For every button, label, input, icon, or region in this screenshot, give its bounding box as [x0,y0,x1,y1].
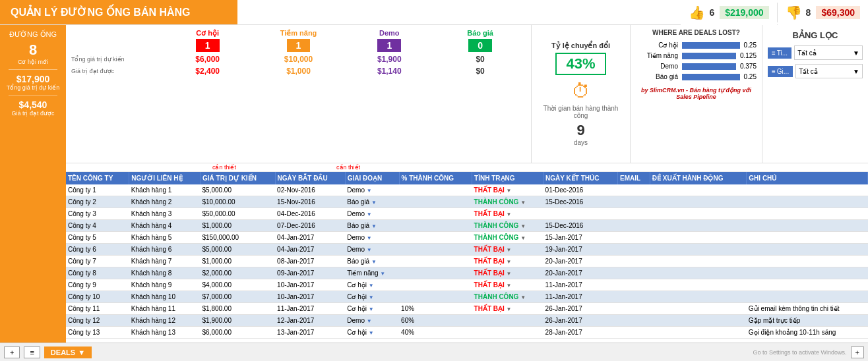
td-value: $2,000.00 [200,267,275,279]
td-value: $4,000.00 [200,279,275,291]
table-row[interactable]: Công ty 12 Khách hàng 12 $1,900.00 12-Ja… [66,315,868,327]
deals-table: TÊN CÔNG TY NGƯỜI LIÊN HỆ GIÁ TRỊ DỰ KIẾ… [66,172,868,339]
table-row[interactable]: Công ty 3 Khách hàng 3 $50,000.00 04-Dec… [66,208,868,220]
wl-val-bao-gia: 0.25 [740,73,757,80]
td-value: $1,900.00 [200,315,275,327]
filter-btn-1-label: Ti... [777,49,788,57]
days-value: 9 [576,122,584,139]
table-row[interactable]: Công ty 2 Khách hàng 2 $10,000.00 15-Nov… [66,196,868,208]
td-value: $6,000.00 [200,327,275,339]
td-status: THẤT BẠI ▼ [472,303,543,315]
wl-row-demo: Demo 0.375 [636,63,757,70]
td-contact: Khách hàng 1 [129,184,201,196]
table-row[interactable]: Công ty 4 Khách hàng 4 $1,000.00 07-Dec-… [66,220,868,232]
td-email [618,232,650,244]
filter-btn-1[interactable]: ≡ Ti... [768,47,791,59]
td-percent [399,291,472,303]
achieved-row: Giá trị đạt được $2,400 $1,000 $1,140 $0 [71,67,526,76]
filter-row-1: ≡ Ti... Tất cả ▼ [768,45,863,60]
filter-panel: BẢNG LỌC ≡ Ti... Tất cả ▼ ≡ [762,25,868,163]
filter-select-1[interactable]: Tất cả ▼ [794,45,863,60]
table-row[interactable]: Công ty 1 Khách hàng 1 $5,000.00 02-Nov-… [66,184,868,196]
td-note: Gặp mặt trực tiếp [747,315,868,327]
td-status: THẤT BẠI ▼ [472,256,543,267]
td-status: THÀNH CÔNG ▼ [472,291,543,303]
td-end: 15-Jan-2017 [543,232,618,244]
td-action [650,315,747,327]
td-end [543,208,618,220]
total-tiem-nang: $10,000 [253,55,344,64]
td-stage: Cơ hội ▼ [345,327,399,339]
td-end: 11-Jan-2017 [543,291,618,303]
deals-label: DEALS [51,348,75,356]
td-percent [399,184,472,196]
thoi-gian-label: Thời gian bán hàng thành công [537,105,625,119]
stage-bao-gia: Báo giá [435,29,526,38]
td-status: THẤT BẠI ▼ [472,208,543,220]
td-start: 10-Jan-2017 [275,279,345,291]
req-label-2: cần thiết [336,164,389,171]
total-bao-gia: $0 [435,55,526,64]
td-stage: Demo ▼ [345,184,399,196]
table-row[interactable]: Công ty 11 Khách hàng 11 $1,800.00 11-Ja… [66,303,868,315]
td-end: 11-Jan-2017 [543,279,618,291]
td-end: 01-Dec-2016 [543,184,618,196]
td-status: THẤT BẠI ▼ [472,267,543,279]
wl-val-demo: 0.375 [736,63,757,70]
table-row[interactable]: Công ty 13 Khách hàng 13 $6,000.00 13-Ja… [66,327,868,339]
th-action: ĐỀ XUẤT HÀNH ĐỘNG [650,172,747,184]
td-email [618,184,650,196]
td-start: 04-Dec-2016 [275,208,345,220]
badge-co-hoi: 1 [162,40,253,51]
table-header-row: TÊN CÔNG TY NGƯỜI LIÊN HỆ GIÁ TRỊ DỰ KIẾ… [66,172,868,184]
where-lost-title: WHERE ARE DEALS LOST? [636,29,757,36]
filter-select-2[interactable]: Tất cả ▼ [795,64,863,78]
co-hoi-moi-label: Cơ hội mới [18,59,48,65]
wl-bar-tiem-nang [682,53,736,59]
tong-label: Tổng giá trị dự kiến [7,84,60,91]
add-sheet-button[interactable]: + [851,347,864,358]
thumbs-up-count: 6 [709,7,714,18]
td-action [650,232,747,244]
td-company: Công ty 13 [66,327,129,339]
windows-note: Go to Settings to activate Windows. [753,349,846,356]
add-row-button[interactable]: + [4,347,20,358]
header-stats: 👍 6 $219,000 👎 8 $69,300 [681,0,868,25]
td-end: 15-Dec-2016 [543,220,618,232]
td-contact: Khách hàng 13 [129,327,201,339]
td-note [747,196,868,208]
th-contact: NGƯỜI LIÊN HỆ [129,172,201,184]
table-row[interactable]: Công ty 8 Khách hàng 8 $2,000.00 09-Jan-… [66,267,868,279]
td-contact: Khách hàng 12 [129,315,201,327]
req-label-1: cần thiết [191,164,257,171]
dat-duoc-label-row: Giá trị đạt được [71,68,162,74]
td-company: Công ty 10 [66,291,129,303]
main-body: ĐƯỜNG ỐNG 8 Cơ hội mới $17,900 Tổng giá … [0,25,868,343]
list-button[interactable]: ≡ [24,347,40,358]
td-status: THẤT BẠI ▼ [472,279,543,291]
td-email [618,208,650,220]
td-value: $5,000.00 [200,244,275,256]
td-status: THÀNH CÔNG ▼ [472,196,543,208]
td-start: 10-Jan-2017 [275,291,345,303]
table-row[interactable]: Công ty 10 Khách hàng 10 $7,000.00 10-Ja… [66,291,868,303]
table-container[interactable]: TÊN CÔNG TY NGƯỜI LIÊN HỆ GIÁ TRỊ DỰ KIẾ… [66,172,868,343]
deals-button[interactable]: DEALS ▼ [44,347,92,358]
table-row[interactable]: Công ty 9 Khách hàng 9 $4,000.00 10-Jan-… [66,279,868,291]
thumbs-down-icon: 👎 [786,5,802,20]
filter-row-2: ≡ Gi... Tất cả ▼ [768,64,863,78]
table-row[interactable]: Công ty 7 Khách hàng 7 $1,000.00 08-Jan-… [66,256,868,267]
td-end: 20-Jan-2017 [543,267,618,279]
filter-btn-2[interactable]: ≡ Gi... [768,66,793,77]
badge-demo: 1 [344,40,435,51]
td-percent [399,267,472,279]
td-end: 20-Jan-2017 [543,256,618,267]
thumbs-down-amount: $69,300 [816,6,860,19]
td-action [650,208,747,220]
td-note [747,244,868,256]
table-row[interactable]: Công ty 6 Khách hàng 6 $5,000.00 04-Jan-… [66,244,868,256]
wl-val-tiem-nang: 0.125 [736,52,757,59]
td-stage: Báo giá ▼ [345,220,399,232]
table-row[interactable]: Công ty 5 Khách hàng 5 $150,000.00 04-Ja… [66,232,868,244]
td-value: $150,000.00 [200,232,275,244]
